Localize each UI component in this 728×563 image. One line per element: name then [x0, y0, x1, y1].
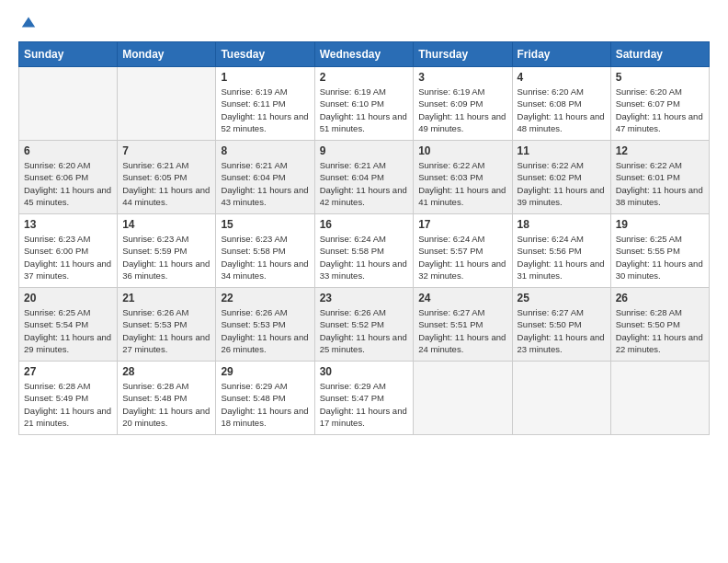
day-number: 25 [518, 292, 606, 304]
day-number: 7 [122, 144, 210, 157]
day-number: 11 [518, 144, 606, 157]
day-number: 3 [418, 71, 506, 84]
day-info: Sunrise: 6:21 AMSunset: 6:04 PMDaylight:… [320, 159, 409, 208]
calendar-cell: 22Sunrise: 6:26 AMSunset: 5:53 PMDayligh… [216, 288, 314, 362]
day-info: Sunrise: 6:25 AMSunset: 5:54 PMDaylight:… [24, 306, 112, 355]
calendar-cell [118, 67, 216, 141]
calendar-cell: 28Sunrise: 6:28 AMSunset: 5:48 PMDayligh… [118, 362, 216, 435]
svg-marker-0 [22, 17, 35, 28]
day-info: Sunrise: 6:19 AMSunset: 6:09 PMDaylight:… [418, 86, 506, 134]
calendar-cell: 26Sunrise: 6:28 AMSunset: 5:50 PMDayligh… [610, 288, 709, 362]
day-info: Sunrise: 6:26 AMSunset: 5:52 PMDaylight:… [320, 306, 409, 355]
day-info: Sunrise: 6:24 AMSunset: 5:58 PMDaylight:… [320, 233, 409, 282]
day-number: 22 [221, 292, 309, 304]
day-number: 6 [24, 144, 112, 157]
col-header-saturday: Saturday [610, 42, 709, 67]
day-info: Sunrise: 6:25 AMSunset: 5:55 PMDaylight:… [616, 233, 704, 282]
day-number: 4 [518, 71, 606, 84]
day-number: 27 [24, 365, 112, 378]
day-number: 29 [221, 365, 309, 378]
day-info: Sunrise: 6:22 AMSunset: 6:03 PMDaylight:… [418, 159, 506, 208]
calendar-cell: 29Sunrise: 6:29 AMSunset: 5:48 PMDayligh… [216, 362, 314, 435]
calendar-cell: 6Sunrise: 6:20 AMSunset: 6:06 PMDaylight… [19, 141, 118, 214]
day-info: Sunrise: 6:19 AMSunset: 6:10 PMDaylight:… [320, 86, 409, 134]
calendar-cell: 25Sunrise: 6:27 AMSunset: 5:50 PMDayligh… [512, 288, 610, 362]
day-number: 13 [24, 218, 112, 231]
col-header-sunday: Sunday [19, 42, 118, 67]
day-info: Sunrise: 6:21 AMSunset: 6:05 PMDaylight:… [122, 159, 210, 208]
day-info: Sunrise: 6:20 AMSunset: 6:07 PMDaylight:… [616, 86, 704, 134]
day-info: Sunrise: 6:27 AMSunset: 5:51 PMDaylight:… [418, 306, 506, 355]
calendar-cell: 3Sunrise: 6:19 AMSunset: 6:09 PMDaylight… [414, 67, 512, 141]
day-number: 5 [616, 71, 704, 84]
page: SundayMondayTuesdayWednesdayThursdayFrid… [0, 0, 728, 563]
logo-icon [20, 14, 37, 30]
calendar-cell: 14Sunrise: 6:23 AMSunset: 5:59 PMDayligh… [118, 214, 216, 288]
day-info: Sunrise: 6:24 AMSunset: 5:56 PMDaylight:… [518, 233, 606, 282]
day-number: 1 [221, 71, 309, 84]
calendar-cell [19, 67, 118, 141]
day-number: 30 [320, 365, 409, 378]
day-info: Sunrise: 6:20 AMSunset: 6:06 PMDaylight:… [24, 159, 112, 208]
day-number: 20 [24, 292, 112, 304]
calendar-cell [610, 362, 709, 435]
day-number: 15 [221, 218, 309, 231]
day-number: 18 [518, 218, 606, 231]
calendar-cell: 30Sunrise: 6:29 AMSunset: 5:47 PMDayligh… [314, 362, 414, 435]
day-info: Sunrise: 6:20 AMSunset: 6:08 PMDaylight:… [518, 86, 606, 134]
day-number: 24 [418, 292, 506, 304]
calendar-cell: 18Sunrise: 6:24 AMSunset: 5:56 PMDayligh… [512, 214, 610, 288]
day-info: Sunrise: 6:28 AMSunset: 5:48 PMDaylight:… [122, 380, 210, 429]
calendar-cell: 23Sunrise: 6:26 AMSunset: 5:52 PMDayligh… [314, 288, 414, 362]
calendar-cell: 4Sunrise: 6:20 AMSunset: 6:08 PMDaylight… [512, 67, 610, 141]
day-info: Sunrise: 6:21 AMSunset: 6:04 PMDaylight:… [221, 159, 309, 208]
col-header-thursday: Thursday [414, 42, 512, 67]
day-number: 2 [320, 71, 409, 84]
day-info: Sunrise: 6:22 AMSunset: 6:01 PMDaylight:… [616, 159, 704, 208]
calendar-cell: 12Sunrise: 6:22 AMSunset: 6:01 PMDayligh… [610, 141, 709, 214]
calendar-week-row: 20Sunrise: 6:25 AMSunset: 5:54 PMDayligh… [19, 288, 710, 362]
day-number: 21 [122, 292, 210, 304]
calendar-cell: 20Sunrise: 6:25 AMSunset: 5:54 PMDayligh… [19, 288, 118, 362]
day-info: Sunrise: 6:22 AMSunset: 6:02 PMDaylight:… [518, 159, 606, 208]
header [18, 14, 710, 30]
calendar-cell: 5Sunrise: 6:20 AMSunset: 6:07 PMDaylight… [610, 67, 709, 141]
calendar-cell [512, 362, 610, 435]
calendar-cell: 11Sunrise: 6:22 AMSunset: 6:02 PMDayligh… [512, 141, 610, 214]
day-number: 26 [616, 292, 704, 304]
calendar-week-row: 13Sunrise: 6:23 AMSunset: 6:00 PMDayligh… [19, 214, 710, 288]
calendar-cell: 21Sunrise: 6:26 AMSunset: 5:53 PMDayligh… [118, 288, 216, 362]
calendar-cell: 8Sunrise: 6:21 AMSunset: 6:04 PMDaylight… [216, 141, 314, 214]
col-header-friday: Friday [512, 42, 610, 67]
day-number: 19 [616, 218, 704, 231]
day-info: Sunrise: 6:23 AMSunset: 6:00 PMDaylight:… [24, 233, 112, 282]
calendar-cell: 16Sunrise: 6:24 AMSunset: 5:58 PMDayligh… [314, 214, 414, 288]
calendar-cell: 1Sunrise: 6:19 AMSunset: 6:11 PMDaylight… [216, 67, 314, 141]
calendar-cell: 17Sunrise: 6:24 AMSunset: 5:57 PMDayligh… [414, 214, 512, 288]
calendar-header-row: SundayMondayTuesdayWednesdayThursdayFrid… [19, 42, 710, 67]
day-number: 28 [122, 365, 210, 378]
day-number: 14 [122, 218, 210, 231]
day-number: 16 [320, 218, 409, 231]
calendar-cell: 9Sunrise: 6:21 AMSunset: 6:04 PMDaylight… [314, 141, 414, 214]
col-header-wednesday: Wednesday [314, 42, 414, 67]
day-number: 8 [221, 144, 309, 157]
calendar-week-row: 6Sunrise: 6:20 AMSunset: 6:06 PMDaylight… [19, 141, 710, 214]
day-info: Sunrise: 6:26 AMSunset: 5:53 PMDaylight:… [122, 306, 210, 355]
calendar-cell: 10Sunrise: 6:22 AMSunset: 6:03 PMDayligh… [414, 141, 512, 214]
day-number: 23 [320, 292, 409, 304]
day-number: 9 [320, 144, 409, 157]
day-info: Sunrise: 6:19 AMSunset: 6:11 PMDaylight:… [221, 86, 309, 134]
calendar-cell: 13Sunrise: 6:23 AMSunset: 6:00 PMDayligh… [19, 214, 118, 288]
day-info: Sunrise: 6:26 AMSunset: 5:53 PMDaylight:… [221, 306, 309, 355]
col-header-monday: Monday [118, 42, 216, 67]
day-info: Sunrise: 6:27 AMSunset: 5:50 PMDaylight:… [518, 306, 606, 355]
calendar-table: SundayMondayTuesdayWednesdayThursdayFrid… [18, 41, 710, 435]
day-info: Sunrise: 6:23 AMSunset: 5:59 PMDaylight:… [122, 233, 210, 282]
calendar-week-row: 27Sunrise: 6:28 AMSunset: 5:49 PMDayligh… [19, 362, 710, 435]
day-info: Sunrise: 6:28 AMSunset: 5:50 PMDaylight:… [616, 306, 704, 355]
logo [18, 14, 37, 30]
day-info: Sunrise: 6:28 AMSunset: 5:49 PMDaylight:… [24, 380, 112, 429]
calendar-cell: 27Sunrise: 6:28 AMSunset: 5:49 PMDayligh… [19, 362, 118, 435]
calendar-cell: 24Sunrise: 6:27 AMSunset: 5:51 PMDayligh… [414, 288, 512, 362]
